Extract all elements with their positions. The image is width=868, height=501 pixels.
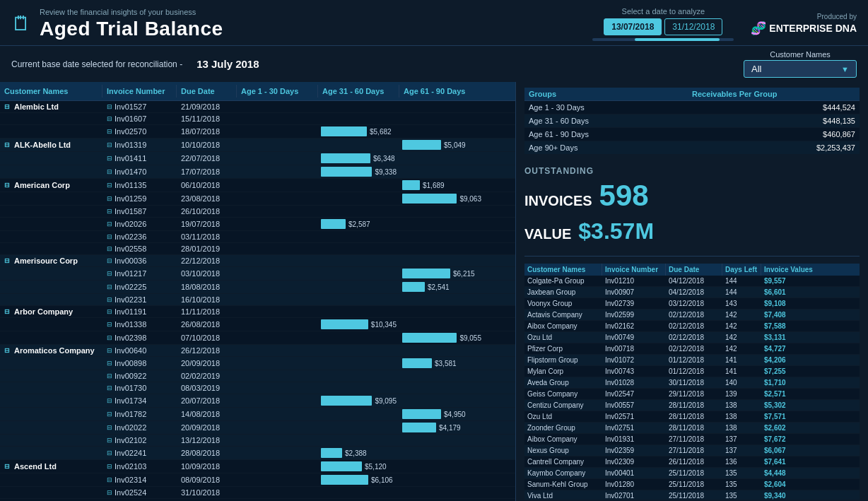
bt-value: $7,408 — [761, 310, 818, 320]
bt-invoice: Inv02599 — [602, 310, 666, 320]
row-expand-icon[interactable]: ⊟ — [107, 155, 112, 162]
age61-90-cell — [399, 487, 484, 498]
due-date-cell: 08/03/2019 — [177, 382, 237, 394]
row-expand-icon[interactable]: ⊟ — [107, 476, 112, 483]
row-expand-icon[interactable]: ⊟ — [107, 347, 112, 354]
bt-customer: Colgate-Pa Group — [524, 276, 602, 286]
bt-due: 04/12/2018 — [666, 287, 722, 297]
invoices-value-label: VALUE — [524, 226, 571, 242]
row-expand-icon[interactable]: ⊟ — [107, 141, 112, 148]
row-expand-icon[interactable]: ⊟ — [107, 334, 112, 341]
bt-days: 142 — [722, 332, 761, 343]
age61-90-cell — [399, 101, 484, 112]
customer-name-cell: ⊟Amerisourc Corp — [0, 255, 102, 266]
row-expand-icon[interactable]: ⊟ — [107, 270, 112, 277]
date-btn-2[interactable]: 31/12/2018 — [664, 18, 722, 35]
customer-name-cell — [0, 281, 102, 293]
bt-due: 03/12/2018 — [666, 298, 722, 309]
expand-icon[interactable]: ⊟ — [4, 103, 10, 110]
row-expand-icon[interactable]: ⊟ — [107, 372, 112, 379]
age31-60-cell: $6,348 — [318, 152, 399, 165]
due-date-cell: 28/01/2019 — [177, 243, 237, 254]
row-expand-icon[interactable]: ⊟ — [107, 463, 112, 470]
row-expand-icon[interactable]: ⊟ — [107, 489, 112, 496]
row-expand-icon[interactable]: ⊟ — [107, 384, 112, 391]
age61-90-cell: $1,689 — [399, 179, 484, 191]
row-expand-icon[interactable]: ⊟ — [107, 397, 112, 404]
row-expand-icon[interactable]: ⊟ — [107, 208, 112, 215]
row-expand-icon[interactable]: ⊟ — [107, 195, 112, 202]
bt-customer: Cantrell Company — [524, 456, 602, 467]
row-expand-icon[interactable]: ⊟ — [107, 245, 112, 252]
bt-value: $7,255 — [761, 366, 818, 377]
row-expand-icon[interactable]: ⊟ — [107, 424, 112, 431]
expand-icon[interactable]: ⊟ — [4, 463, 10, 470]
expand-icon[interactable]: ⊟ — [4, 308, 10, 315]
row-expand-icon[interactable]: ⊟ — [107, 296, 112, 303]
expand-icon[interactable]: ⊟ — [4, 182, 10, 189]
row-expand-icon[interactable]: ⊟ — [107, 411, 112, 418]
outstanding-section: OUTSTANDING INVOICES 598 VALUE $3.57M — [524, 166, 654, 244]
table-row: ⊟Arbor Company⊟Inv0119111/11/2018 — [0, 306, 515, 318]
table-row: ⊟Inv0173008/03/2019 — [0, 382, 515, 394]
age1-30-cell — [237, 281, 318, 293]
date-selector: Select a date to analyze 13/07/2018 31/1… — [592, 7, 734, 41]
date-buttons: 13/07/2018 31/12/2018 — [604, 18, 722, 35]
row-expand-icon[interactable]: ⊟ — [107, 128, 112, 135]
row-expand-icon[interactable]: ⊟ — [107, 360, 112, 367]
row-expand-icon[interactable]: ⊟ — [107, 449, 112, 456]
bt-value: $9,340 — [761, 490, 818, 500]
age61-90-cell — [399, 255, 484, 266]
main-content: Customer Names Invoice Number Due Date A… — [0, 82, 868, 501]
row-expand-icon[interactable]: ⊟ — [107, 220, 112, 228]
table-row: ⊟Aromaticos Company⊟Inv0064026/12/2018 — [0, 345, 515, 357]
bt-value: $9,108 — [761, 298, 818, 309]
customer-name-cell: ⊟Ascend Ltd — [0, 460, 102, 473]
row-expand-icon[interactable]: ⊟ — [107, 168, 112, 175]
expand-icon[interactable]: ⊟ — [4, 141, 10, 148]
row-expand-icon[interactable]: ⊟ — [107, 437, 112, 444]
age1-30-cell — [237, 435, 318, 446]
due-date-cell: 31/10/2018 — [177, 487, 237, 498]
customer-name-cell — [0, 370, 102, 382]
bt-due: 25/11/2018 — [666, 468, 722, 478]
date-btn-1[interactable]: 13/07/2018 — [604, 18, 662, 35]
expand-icon[interactable]: ⊟ — [4, 257, 10, 264]
row-expand-icon[interactable]: ⊟ — [107, 103, 112, 110]
bt-customer: Ozu Ltd — [524, 332, 602, 343]
invoice-number-cell: ⊟Inv02231 — [102, 294, 177, 305]
bt-customer: Geiss Company — [524, 389, 602, 399]
bt-days: 144 — [722, 276, 761, 286]
invoice-number-cell: ⊟Inv01470 — [102, 165, 177, 178]
bottom-table-row: Geiss Company Inv02547 29/11/2018 139 $2… — [524, 389, 860, 400]
customer-dropdown[interactable]: All ▼ — [744, 60, 857, 78]
row-expand-icon[interactable]: ⊟ — [107, 115, 112, 122]
row-expand-icon[interactable]: ⊟ — [107, 182, 112, 189]
row-expand-icon[interactable]: ⊟ — [107, 257, 112, 264]
age1-30-cell — [237, 306, 318, 317]
bottom-table-row: Aveda Group Inv01028 30/11/2018 140 $1,7… — [524, 377, 860, 389]
bt-value: $2,602 — [761, 423, 818, 433]
expand-icon[interactable]: ⊟ — [4, 347, 10, 354]
customer-name-cell: ⊟American Corp — [0, 179, 102, 191]
row-expand-icon[interactable]: ⊟ — [107, 308, 112, 315]
table-row: ⊟Inv0239807/10/2018$9,055 — [0, 331, 515, 345]
row-expand-icon[interactable]: ⊟ — [107, 321, 112, 328]
age61-90-cell — [399, 113, 484, 124]
bottom-table-body: Colgate-Pa Group Inv01210 04/12/2018 144… — [524, 276, 860, 500]
age31-60-cell — [318, 255, 399, 266]
customer-name-cell — [0, 447, 102, 459]
age1-30-cell — [237, 125, 318, 138]
bt-days: 135 — [722, 479, 761, 490]
age1-30-cell — [237, 487, 318, 498]
table-row: ⊟Inv0223116/10/2018 — [0, 294, 515, 306]
age1-30-cell — [237, 357, 318, 370]
row-expand-icon[interactable]: ⊟ — [107, 233, 112, 240]
age61-90-cell — [399, 370, 484, 382]
due-date-cell: 20/07/2018 — [177, 394, 237, 407]
date-range-slider[interactable] — [592, 38, 734, 41]
row-expand-icon[interactable]: ⊟ — [107, 283, 112, 290]
customer-name-cell — [0, 318, 102, 331]
customer-name-cell — [0, 192, 102, 205]
table-row: ⊟Inv0202220/09/2018$4,179 — [0, 421, 515, 435]
